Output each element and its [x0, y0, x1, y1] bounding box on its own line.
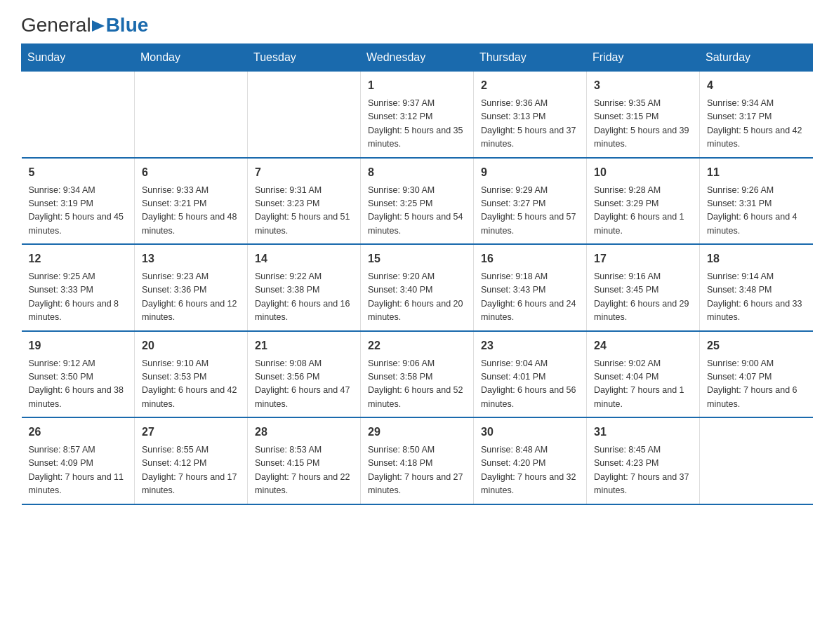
- page-header: GeneralBlue Blue: [21, 14, 813, 36]
- calendar-cell: 4Sunrise: 9:34 AMSunset: 3:17 PMDaylight…: [700, 72, 813, 158]
- calendar-cell: 17Sunrise: 9:16 AMSunset: 3:45 PMDayligh…: [587, 244, 700, 331]
- day-info: Sunrise: 9:18 AMSunset: 3:43 PMDaylight:…: [481, 270, 579, 325]
- day-number: 3: [594, 77, 692, 94]
- calendar-cell: 12Sunrise: 9:25 AMSunset: 3:33 PMDayligh…: [22, 244, 135, 331]
- calendar-cell: 3Sunrise: 9:35 AMSunset: 3:15 PMDaylight…: [587, 72, 700, 158]
- day-number: 29: [368, 424, 466, 441]
- calendar-cell: 15Sunrise: 9:20 AMSunset: 3:40 PMDayligh…: [361, 244, 474, 331]
- calendar-cell: 19Sunrise: 9:12 AMSunset: 3:50 PMDayligh…: [22, 331, 135, 418]
- day-info: Sunrise: 9:29 AMSunset: 3:27 PMDaylight:…: [481, 184, 579, 239]
- day-info: Sunrise: 8:55 AMSunset: 4:12 PMDaylight:…: [142, 443, 240, 498]
- day-number: 19: [29, 337, 128, 354]
- calendar-cell: 29Sunrise: 8:50 AMSunset: 4:18 PMDayligh…: [361, 417, 474, 504]
- calendar-cell: 9Sunrise: 9:29 AMSunset: 3:27 PMDaylight…: [474, 158, 587, 245]
- day-info: Sunrise: 9:30 AMSunset: 3:25 PMDaylight:…: [368, 184, 466, 239]
- day-number: 15: [368, 250, 466, 267]
- day-number: 30: [481, 424, 579, 441]
- calendar-header-thursday: Thursday: [474, 44, 587, 72]
- day-number: 16: [481, 250, 579, 267]
- day-info: Sunrise: 9:37 AMSunset: 3:12 PMDaylight:…: [368, 97, 466, 152]
- day-info: Sunrise: 9:23 AMSunset: 3:36 PMDaylight:…: [142, 270, 240, 325]
- day-number: 26: [29, 424, 128, 441]
- day-info: Sunrise: 9:34 AMSunset: 3:19 PMDaylight:…: [29, 184, 128, 239]
- calendar-cell: 11Sunrise: 9:26 AMSunset: 3:31 PMDayligh…: [700, 158, 813, 245]
- calendar-cell: 21Sunrise: 9:08 AMSunset: 3:56 PMDayligh…: [248, 331, 361, 418]
- calendar-header-saturday: Saturday: [700, 44, 813, 72]
- day-info: Sunrise: 9:26 AMSunset: 3:31 PMDaylight:…: [707, 184, 806, 239]
- day-info: Sunrise: 9:00 AMSunset: 4:07 PMDaylight:…: [707, 357, 806, 412]
- day-info: Sunrise: 9:25 AMSunset: 3:33 PMDaylight:…: [29, 270, 128, 325]
- day-number: 5: [29, 164, 128, 181]
- day-number: 13: [142, 250, 240, 267]
- day-number: 11: [707, 164, 806, 181]
- day-number: 28: [255, 424, 353, 441]
- day-number: 4: [707, 77, 806, 94]
- day-info: Sunrise: 9:16 AMSunset: 3:45 PMDaylight:…: [594, 270, 692, 325]
- day-info: Sunrise: 9:02 AMSunset: 4:04 PMDaylight:…: [594, 357, 692, 412]
- day-info: Sunrise: 9:04 AMSunset: 4:01 PMDaylight:…: [481, 357, 579, 412]
- day-number: 25: [707, 337, 806, 354]
- day-number: 6: [142, 164, 240, 181]
- calendar-cell: 18Sunrise: 9:14 AMSunset: 3:48 PMDayligh…: [700, 244, 813, 331]
- calendar-cell: 8Sunrise: 9:30 AMSunset: 3:25 PMDaylight…: [361, 158, 474, 245]
- day-number: 12: [29, 250, 128, 267]
- calendar-cell: 2Sunrise: 9:36 AMSunset: 3:13 PMDaylight…: [474, 72, 587, 158]
- day-info: Sunrise: 9:06 AMSunset: 3:58 PMDaylight:…: [368, 357, 466, 412]
- day-number: 10: [594, 164, 692, 181]
- calendar-cell: 31Sunrise: 8:45 AMSunset: 4:23 PMDayligh…: [587, 417, 700, 504]
- day-number: 21: [255, 337, 353, 354]
- day-info: Sunrise: 8:48 AMSunset: 4:20 PMDaylight:…: [481, 443, 579, 498]
- day-info: Sunrise: 9:08 AMSunset: 3:56 PMDaylight:…: [255, 357, 353, 412]
- calendar-header-wednesday: Wednesday: [361, 44, 474, 72]
- calendar-cell: [22, 72, 135, 158]
- day-number: 7: [255, 164, 353, 181]
- calendar-cell: [700, 417, 813, 504]
- day-info: Sunrise: 9:33 AMSunset: 3:21 PMDaylight:…: [142, 184, 240, 239]
- calendar-cell: 28Sunrise: 8:53 AMSunset: 4:15 PMDayligh…: [248, 417, 361, 504]
- logo-triangle-icon: [92, 18, 105, 33]
- calendar-cell: 13Sunrise: 9:23 AMSunset: 3:36 PMDayligh…: [135, 244, 248, 331]
- calendar-week-4: 19Sunrise: 9:12 AMSunset: 3:50 PMDayligh…: [22, 331, 813, 418]
- calendar-header-tuesday: Tuesday: [248, 44, 361, 72]
- day-info: Sunrise: 9:31 AMSunset: 3:23 PMDaylight:…: [255, 184, 353, 239]
- calendar-cell: [135, 72, 248, 158]
- calendar-cell: 23Sunrise: 9:04 AMSunset: 4:01 PMDayligh…: [474, 331, 587, 418]
- day-number: 2: [481, 77, 579, 94]
- day-number: 24: [594, 337, 692, 354]
- day-number: 31: [594, 424, 692, 441]
- day-info: Sunrise: 9:22 AMSunset: 3:38 PMDaylight:…: [255, 270, 353, 325]
- day-info: Sunrise: 9:35 AMSunset: 3:15 PMDaylight:…: [594, 97, 692, 152]
- day-info: Sunrise: 8:50 AMSunset: 4:18 PMDaylight:…: [368, 443, 466, 498]
- calendar-cell: 1Sunrise: 9:37 AMSunset: 3:12 PMDaylight…: [361, 72, 474, 158]
- calendar-header-row: SundayMondayTuesdayWednesdayThursdayFrid…: [22, 44, 813, 72]
- calendar-cell: [248, 72, 361, 158]
- day-info: Sunrise: 8:57 AMSunset: 4:09 PMDaylight:…: [29, 443, 128, 498]
- calendar-week-2: 5Sunrise: 9:34 AMSunset: 3:19 PMDaylight…: [22, 158, 813, 245]
- day-number: 1: [368, 77, 466, 94]
- calendar-cell: 26Sunrise: 8:57 AMSunset: 4:09 PMDayligh…: [22, 417, 135, 504]
- calendar-cell: 20Sunrise: 9:10 AMSunset: 3:53 PMDayligh…: [135, 331, 248, 418]
- calendar-cell: 14Sunrise: 9:22 AMSunset: 3:38 PMDayligh…: [248, 244, 361, 331]
- svg-marker-0: [92, 20, 105, 32]
- calendar-cell: 6Sunrise: 9:33 AMSunset: 3:21 PMDaylight…: [135, 158, 248, 245]
- calendar-header-monday: Monday: [135, 44, 248, 72]
- day-number: 14: [255, 250, 353, 267]
- logo-general-text: General: [21, 14, 91, 36]
- day-number: 17: [594, 250, 692, 267]
- calendar-week-5: 26Sunrise: 8:57 AMSunset: 4:09 PMDayligh…: [22, 417, 813, 504]
- calendar-header-friday: Friday: [587, 44, 700, 72]
- day-info: Sunrise: 9:20 AMSunset: 3:40 PMDaylight:…: [368, 270, 466, 325]
- calendar-cell: 30Sunrise: 8:48 AMSunset: 4:20 PMDayligh…: [474, 417, 587, 504]
- logo: GeneralBlue Blue: [21, 14, 148, 36]
- day-number: 27: [142, 424, 240, 441]
- day-number: 8: [368, 164, 466, 181]
- day-number: 9: [481, 164, 579, 181]
- day-info: Sunrise: 9:34 AMSunset: 3:17 PMDaylight:…: [707, 97, 806, 152]
- calendar-week-3: 12Sunrise: 9:25 AMSunset: 3:33 PMDayligh…: [22, 244, 813, 331]
- day-info: Sunrise: 9:10 AMSunset: 3:53 PMDaylight:…: [142, 357, 240, 412]
- calendar-table: SundayMondayTuesdayWednesdayThursdayFrid…: [21, 43, 813, 505]
- calendar-cell: 16Sunrise: 9:18 AMSunset: 3:43 PMDayligh…: [474, 244, 587, 331]
- calendar-cell: 7Sunrise: 9:31 AMSunset: 3:23 PMDaylight…: [248, 158, 361, 245]
- day-number: 22: [368, 337, 466, 354]
- day-info: Sunrise: 9:14 AMSunset: 3:48 PMDaylight:…: [707, 270, 806, 325]
